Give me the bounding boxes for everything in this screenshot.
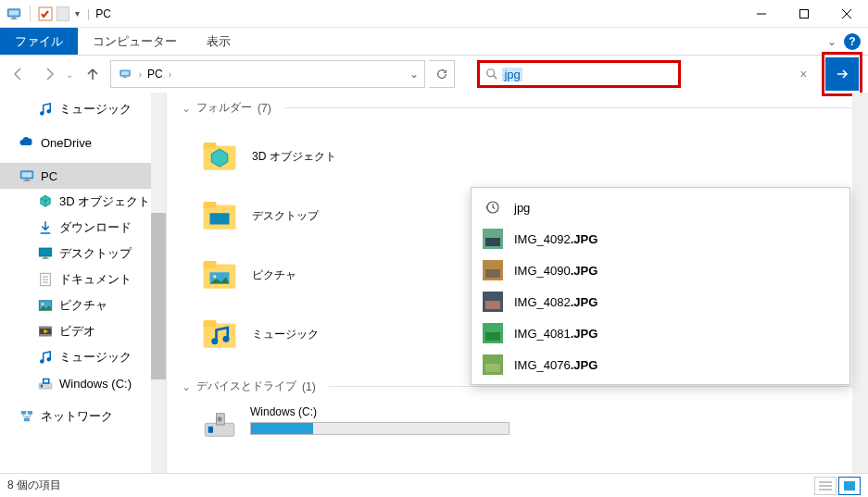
folder-label: ピクチャ (252, 267, 296, 283)
3d-folder-icon (200, 136, 239, 178)
ribbon-collapse-icon[interactable]: ⌄ (827, 35, 837, 48)
folder-label: デスクトップ (252, 208, 319, 224)
suggestion-item[interactable]: IMG_4076.JPG (472, 349, 849, 380)
group-count: (7) (258, 102, 271, 115)
tab-file[interactable]: ファイル (0, 28, 78, 55)
tree-item-network[interactable]: ネットワーク (0, 404, 166, 429)
chevron-down-icon: ⌄ (182, 380, 191, 393)
image-thumb-icon (483, 354, 503, 375)
group-count: (1) (302, 380, 316, 393)
group-label: デバイスとドライブ (196, 379, 296, 394)
content-scrollbar[interactable] (852, 93, 868, 481)
svg-rect-40 (21, 411, 26, 415)
suggestion-item[interactable]: jpg (472, 192, 849, 223)
svg-rect-39 (44, 379, 49, 382)
view-tiles-button[interactable] (838, 477, 861, 495)
image-thumb-icon (483, 260, 503, 280)
tree-item-label: OneDrive (41, 136, 92, 150)
quick-access-toolbar: ▾ (0, 6, 82, 22)
tree-item-picture[interactable]: ピクチャ (0, 292, 166, 318)
properties-icon[interactable] (38, 6, 53, 21)
chevron-right-icon[interactable]: › (169, 69, 171, 80)
tab-view[interactable]: 表示 (192, 28, 245, 55)
tree-item-label: ドキュメント (59, 271, 132, 288)
folder-item[interactable]: 3D オブジェクト (182, 127, 853, 186)
chevron-down-icon: ⌄ (182, 102, 191, 115)
svg-rect-63 (208, 427, 213, 433)
folder-label: ミュージック (252, 327, 319, 342)
maximize-button[interactable] (783, 0, 825, 28)
tree-item-desktop[interactable]: デスクトップ (0, 241, 166, 267)
breadcrumb-location[interactable]: PC (147, 68, 163, 81)
tree-item-onedrive[interactable]: OneDrive (0, 130, 166, 155)
tree-item-3d[interactable]: 3D オブジェクト (0, 189, 166, 215)
network-icon (19, 408, 35, 425)
tab-computer[interactable]: コンピューター (78, 28, 192, 55)
document-icon[interactable] (57, 6, 69, 21)
music-folder-icon (200, 314, 239, 355)
history-dropdown-icon[interactable]: ⌄ (66, 69, 76, 80)
suggestion-item[interactable]: IMG_4082.JPG (472, 286, 849, 317)
svg-rect-69 (485, 269, 500, 278)
address-bar[interactable]: › PC › ⌄ (110, 60, 425, 88)
view-details-button[interactable] (814, 477, 837, 495)
svg-rect-21 (39, 248, 52, 256)
picture-icon (37, 297, 54, 314)
search-icon (485, 68, 498, 81)
svg-rect-19 (23, 180, 31, 181)
svg-point-34 (40, 359, 44, 364)
download-icon (37, 219, 54, 236)
tree-item-drive[interactable]: Windows (C:) (0, 370, 166, 396)
tree-item-music[interactable]: ミュージック (0, 344, 166, 370)
svg-rect-1 (9, 10, 19, 15)
suggestion-item[interactable]: IMG_4092.JPG (472, 223, 849, 255)
minimize-button[interactable] (740, 0, 783, 28)
svg-rect-46 (204, 202, 217, 208)
svg-point-55 (223, 335, 230, 342)
tree-item-download[interactable]: ダウンロード (0, 215, 166, 241)
svg-rect-32 (39, 334, 52, 336)
group-header-folders[interactable]: ⌄ フォルダー (7) (182, 100, 853, 116)
onedrive-icon (19, 134, 35, 151)
svg-rect-52 (204, 323, 236, 347)
svg-rect-75 (485, 364, 500, 372)
drive-item[interactable]: Windows (C:) (182, 405, 853, 444)
svg-rect-47 (210, 213, 230, 224)
tree-item-document[interactable]: ドキュメント (0, 267, 166, 292)
svg-rect-53 (204, 320, 217, 327)
search-clear-button[interactable]: × (792, 63, 814, 85)
back-button[interactable] (6, 59, 32, 89)
picture-folder-icon (200, 255, 239, 296)
refresh-button[interactable] (429, 60, 456, 88)
tree-item-video[interactable]: ビデオ (0, 318, 166, 344)
svg-rect-67 (485, 238, 500, 246)
folder-label: 3D オブジェクト (252, 149, 336, 165)
svg-point-54 (211, 338, 218, 344)
group-divider (329, 386, 853, 387)
svg-rect-41 (28, 411, 32, 415)
tree-item-label: ダウンロード (59, 219, 132, 236)
suggestion-item[interactable]: IMG_4090.JPG (472, 255, 849, 286)
svg-point-14 (40, 111, 44, 116)
help-button[interactable]: ? (844, 33, 861, 50)
close-button[interactable] (825, 0, 868, 28)
image-thumb-icon (483, 229, 503, 249)
drive-icon (37, 375, 54, 391)
svg-point-15 (47, 109, 52, 114)
window-title: PC (95, 7, 111, 20)
tree-item-label: ピクチャ (59, 297, 107, 314)
tree-item-music[interactable]: ミュージック (0, 96, 166, 122)
svg-rect-18 (25, 180, 30, 181)
chevron-right-icon[interactable]: › (139, 69, 142, 80)
nav-scroll-thumb[interactable] (151, 213, 166, 379)
forward-button[interactable] (36, 59, 63, 89)
tree-item-pc[interactable]: PC (0, 163, 166, 189)
qat-dropdown-icon[interactable]: ▾ (73, 8, 82, 19)
tree-item-label: ミュージック (59, 101, 132, 118)
address-dropdown-icon[interactable]: ⌄ (409, 68, 419, 81)
search-submit-button[interactable] (825, 57, 859, 91)
suggestion-item[interactable]: IMG_4081.JPG (472, 317, 849, 349)
up-button[interactable] (80, 59, 107, 89)
search-input[interactable]: jpg (477, 60, 681, 88)
3d-icon (37, 193, 54, 210)
